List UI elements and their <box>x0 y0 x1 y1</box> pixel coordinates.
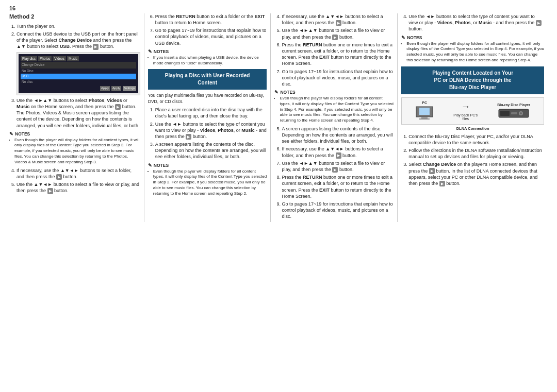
col3-step-5: Use the ◄►▲▼ buttons to select a file to… <box>282 27 394 40</box>
method-title: Method 2 <box>9 13 140 20</box>
enter-btn-icon10: ▶ <box>536 20 542 26</box>
pc-label: PC <box>422 101 427 105</box>
step-1: Turn the player on. <box>17 23 140 29</box>
notes-block-5: ✎ NOTES Even though the player will disp… <box>401 35 544 63</box>
column-2: Press the RETURN button to exit a folder… <box>144 13 271 222</box>
arrow-icon: → <box>461 101 470 112</box>
notes-content-5: Even though the player will display fold… <box>401 41 544 63</box>
step-4: If necessary, use the ▲▼◄► buttons to se… <box>17 167 140 180</box>
method2-steps: Turn the player on. Connect the USB devi… <box>9 23 140 129</box>
bluray-label: Blu-ray Disc Player <box>497 103 530 107</box>
svg-rect-5 <box>500 111 510 116</box>
notes-block-2: ✎ NOTES If you insert a disc when playin… <box>148 49 267 66</box>
col4-steps-top: Use the ◄► buttons to select the type of… <box>401 13 544 32</box>
dlna-label: DLNA Connection <box>456 126 489 131</box>
col2-step-7: Go to pages 17~19 for instructions that … <box>155 27 267 46</box>
col2-disc-step-3: A screen appears listing the contents of… <box>155 141 267 160</box>
enter-btn-icon8: ▶ <box>336 152 341 158</box>
disc-intro: You can play multimedia files you have r… <box>148 93 267 105</box>
enter-btn-icon5: ▶ <box>186 134 191 140</box>
page-number: 16 <box>9 5 548 11</box>
col3-step-7: Go to pages 17~19 for instructions that … <box>282 69 394 87</box>
col3-step-7b: Use the ◄►▲▼ buttons to select a file to… <box>282 160 394 173</box>
screen-image: Play disc Photos Videos Music Change Dev… <box>17 52 140 95</box>
bluray-device-box: Blu-ray Disc Player <box>497 103 530 119</box>
pc-icon <box>415 106 434 121</box>
step-2: Connect the USB device to the USB port o… <box>17 31 140 95</box>
col2-step-6: Press the RETURN button to exit a folder… <box>155 13 267 26</box>
tab-play-disc: Play disc <box>21 56 37 61</box>
notes-pencil-icon-5: ✎ <box>401 35 405 40</box>
note-item-4: Even though the player will display fold… <box>280 96 394 124</box>
screen-tab-row: Play disc Photos Videos Music <box>21 56 136 61</box>
enter-btn-icon9: ▶ <box>332 167 338 173</box>
device-diagram: PC → Play back PC'sfiles Blu-ray Disc Pl… <box>401 97 544 125</box>
notes-pencil-icon-3: ✎ <box>148 163 152 168</box>
notes-block-1: ✎ NOTES Even though the player will disp… <box>9 131 140 165</box>
screen-settings-btn: Settings <box>123 86 136 91</box>
notes-content-4: Even though the player will display fold… <box>274 96 394 124</box>
highlight-box-disc: Playing a Disc with User Recorded Conten… <box>148 69 267 90</box>
column-4: Use the ◄► buttons to select the type of… <box>398 13 548 222</box>
col4-steps-after: Connect the Blu-ray Disc Player, your PC… <box>401 133 544 187</box>
enter-btn-icon4: ▶ <box>47 188 53 194</box>
col3-step-9: Go to pages 17~19 for instructions that … <box>282 201 394 219</box>
bluray-icon <box>498 108 529 119</box>
notes-title-3: ✎ NOTES <box>148 163 267 168</box>
notes-pencil-icon: ✎ <box>9 131 13 137</box>
column-3: If necessary, use the ▲▼◄► buttons to se… <box>271 13 398 222</box>
enter-btn-icon7: ▶ <box>332 35 338 40</box>
enter-btn-icon11: ▶ <box>429 168 435 174</box>
col3-step-6: Press the RETURN button one or more time… <box>282 42 394 67</box>
svg-rect-8 <box>511 112 517 114</box>
screen-inner: Play disc Photos Videos Music Change Dev… <box>19 54 138 93</box>
enter-btn-icon6: ▶ <box>336 20 341 26</box>
svg-rect-3 <box>419 118 430 120</box>
tab-videos: Videos <box>53 56 66 61</box>
step-3: Use the ◄►▲▼ buttons to select Photos, V… <box>17 97 140 129</box>
notes-content-1: Even though the player will display fold… <box>9 138 140 165</box>
svg-rect-1 <box>419 108 430 115</box>
screen-change-device: Change Device <box>21 62 136 68</box>
screen-buttons: Apply Apply Settings <box>21 86 136 91</box>
col2-disc-step-2: Use the ◄► buttons to select the type of… <box>155 121 267 140</box>
enter-btn-icon: ▶ <box>93 44 99 49</box>
notes-content-3: Even though the player will display fold… <box>148 169 267 197</box>
method2-steps-continued: If necessary, use the ▲▼◄► buttons to se… <box>9 167 140 194</box>
main-layout: Method 2 Turn the player on. Connect the… <box>9 13 548 222</box>
note-item-5: Even though the player will display fold… <box>406 41 544 63</box>
highlight-box-dlna: Playing Content Located on Your PC or DL… <box>401 66 544 94</box>
note-item-2: If you insert a disc when playing a USB … <box>153 55 267 66</box>
arrow-files: → Play back PC'sfiles <box>453 101 478 121</box>
svg-rect-2 <box>421 117 428 118</box>
col2-disc-step-1: Place a user recorded disc into the disc… <box>155 107 267 119</box>
screen-usb: USB <box>21 74 136 79</box>
notes-title-5: ✎ NOTES <box>401 35 544 40</box>
col4-after-step-2: Follow the directions in the DLNA softwa… <box>408 147 544 160</box>
enter-btn-icon2: ▶ <box>115 104 121 110</box>
svg-point-7 <box>520 112 522 114</box>
screen-apply-btn: Apply <box>100 86 110 91</box>
col3-step-4: If necessary, use the ▲▼◄► buttons to se… <box>282 13 394 26</box>
notes-block-4: ✎ NOTES Even though the player will disp… <box>274 90 394 124</box>
notes-block-3: ✎ NOTES Even though the player will disp… <box>148 163 267 197</box>
col3-steps: If necessary, use the ▲▼◄► buttons to se… <box>274 13 394 87</box>
device-diagram-wrapper: PC → Play back PC'sfiles Blu-ray Disc Pl… <box>401 97 544 131</box>
col3-step-8: Press the RETURN button one or more time… <box>282 174 394 199</box>
enter-btn-icon3: ▶ <box>56 174 62 180</box>
notes-title-2: ✎ NOTES <box>148 49 267 54</box>
notes-pencil-icon-2: ✎ <box>148 49 152 54</box>
notes-title-1: ✎ NOTES <box>9 131 140 137</box>
enter-btn-icon12: ▶ <box>439 181 445 186</box>
col3-step-6b: If necessary, use the ▲▼◄► buttons to se… <box>282 146 394 158</box>
pc-device-box: PC <box>415 101 434 121</box>
col4-after-step-3: Select Change Device on the player's Hom… <box>408 161 544 186</box>
col3-steps-continued: A screen appears listing the contents of… <box>274 126 394 219</box>
screen-apply2-btn: Apply <box>111 86 121 91</box>
screen-no-disc: No Disc <box>21 69 136 74</box>
col2-steps-bottom: Place a user recorded disc into the disc… <box>148 107 267 160</box>
tab-photos: Photos <box>38 56 52 61</box>
note-item-1: Even though the player will display fold… <box>14 138 140 165</box>
col4-step-4: Use the ◄► buttons to select the type of… <box>408 13 544 32</box>
col2-steps-top: Press the RETURN button to exit a folder… <box>148 13 267 46</box>
